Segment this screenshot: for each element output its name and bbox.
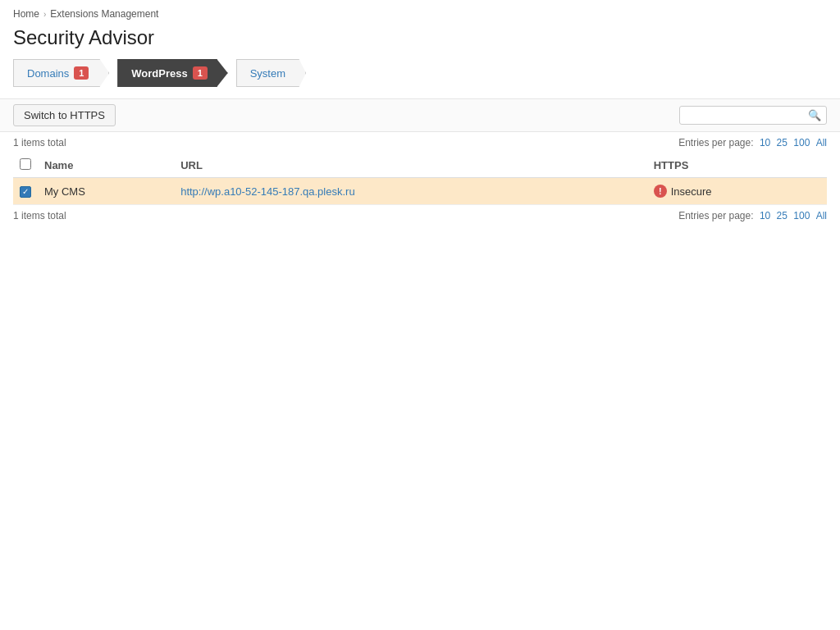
- table-row: ✓ My CMS http://wp.a10-52-145-187.qa.ple…: [13, 178, 827, 205]
- tab-domains-label: Domains: [27, 67, 69, 80]
- items-total-bottom: 1 items total: [13, 210, 66, 221]
- tab-system-label: System: [250, 67, 285, 80]
- tab-system[interactable]: System: [236, 59, 306, 87]
- breadcrumb: Home › Extensions Management: [0, 0, 840, 23]
- select-all-checkbox[interactable]: [20, 158, 31, 170]
- breadcrumb-sep-1: ›: [43, 10, 46, 19]
- row-https-cell: ! Insecure: [647, 178, 827, 205]
- items-total-top: 1 items total: [13, 137, 66, 148]
- pagination-bottom: Entries per page: 10 25 100 All: [675, 210, 827, 221]
- pagination-100-bottom[interactable]: 100: [793, 210, 810, 221]
- page-title: Security Advisor: [0, 23, 840, 59]
- tab-domains-badge: 1: [74, 66, 89, 80]
- https-status-label: Insecure: [671, 185, 712, 198]
- col-https: HTTPS: [647, 153, 827, 178]
- search-box: 🔍: [679, 106, 827, 125]
- tab-wordpress[interactable]: WordPress 1: [117, 59, 227, 87]
- row-checkbox-cell: ✓: [13, 178, 38, 205]
- pagination-all[interactable]: All: [816, 137, 827, 148]
- col-checkbox: [13, 153, 38, 178]
- tab-wordpress-badge: 1: [193, 66, 208, 80]
- tab-domains[interactable]: Domains 1: [13, 59, 109, 87]
- row-url-link[interactable]: http://wp.a10-52-145-187.qa.plesk.ru: [180, 185, 354, 198]
- https-status: ! Insecure: [654, 185, 820, 198]
- pagination-top: Entries per page: 10 25 100 All: [675, 137, 827, 148]
- row-checkbox[interactable]: ✓: [20, 186, 31, 198]
- pagination-prefix-bottom: Entries per page:: [678, 210, 753, 221]
- pagination-10[interactable]: 10: [760, 137, 770, 148]
- col-url: URL: [174, 153, 647, 178]
- warning-icon: !: [654, 185, 667, 198]
- main-table: Name URL HTTPS ✓ My CMS http://wp.a10-52…: [13, 153, 827, 205]
- pagination-25-bottom[interactable]: 25: [777, 210, 788, 221]
- meta-row-top: 1 items total Entries per page: 10 25 10…: [0, 132, 840, 153]
- pagination-25[interactable]: 25: [777, 137, 788, 148]
- row-name: My CMS: [44, 185, 85, 198]
- tab-group: Domains 1 WordPress 1 System: [0, 59, 840, 87]
- row-url-cell: http://wp.a10-52-145-187.qa.plesk.ru: [174, 178, 647, 205]
- table-header-row: Name URL HTTPS: [13, 153, 827, 178]
- pagination-100[interactable]: 100: [793, 137, 810, 148]
- switch-https-button[interactable]: Switch to HTTPS: [13, 104, 116, 126]
- pagination-10-bottom[interactable]: 10: [760, 210, 770, 221]
- row-name-cell: My CMS: [38, 178, 174, 205]
- search-input[interactable]: [685, 109, 808, 121]
- col-name: Name: [38, 153, 174, 178]
- meta-row-bottom: 1 items total Entries per page: 10 25 10…: [0, 205, 840, 226]
- breadcrumb-extensions[interactable]: Extensions Management: [50, 8, 158, 20]
- pagination-prefix: Entries per page:: [678, 137, 753, 148]
- breadcrumb-home[interactable]: Home: [13, 8, 39, 20]
- pagination-all-bottom[interactable]: All: [816, 210, 827, 221]
- tab-wordpress-label: WordPress: [131, 67, 187, 80]
- table-container: Name URL HTTPS ✓ My CMS http://wp.a10-52…: [0, 153, 840, 205]
- search-icon: 🔍: [808, 109, 821, 121]
- toolbar: Switch to HTTPS 🔍: [0, 98, 840, 132]
